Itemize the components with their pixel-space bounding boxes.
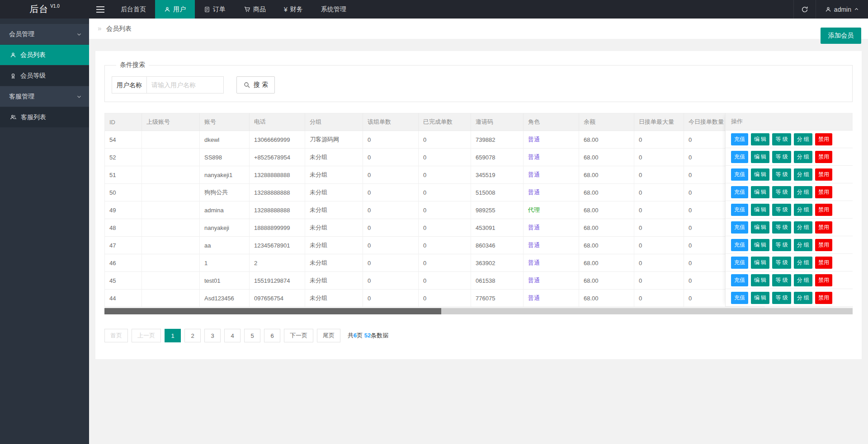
user-menu[interactable]: admin — [816, 0, 868, 19]
pagination-page-button[interactable]: 3 — [204, 329, 221, 342]
level-button[interactable]: 等 级 — [772, 274, 791, 286]
edit-button[interactable]: 编 辑 — [751, 257, 769, 269]
recharge-button[interactable]: 充值 — [731, 292, 748, 304]
group-button[interactable]: 分 组 — [794, 239, 812, 251]
recharge-button[interactable]: 充值 — [731, 204, 748, 216]
level-button[interactable]: 等 级 — [772, 151, 791, 163]
cell-group: 未分组 — [305, 149, 363, 166]
add-member-button[interactable]: 添加会员 — [821, 28, 861, 44]
edit-button[interactable]: 编 辑 — [751, 239, 769, 251]
cell-id: 44 — [105, 290, 142, 307]
disable-button[interactable]: 禁用 — [815, 186, 832, 198]
cell-completed-orders: 0 — [419, 149, 471, 166]
nav-item-2[interactable]: 订单 — [195, 0, 235, 19]
pagination-page-button[interactable]: 5 — [244, 329, 260, 342]
nav-item-5[interactable]: 系统管理 — [312, 0, 355, 19]
collapse-menu-button[interactable] — [89, 0, 112, 19]
sidebar-group-header[interactable]: 客服管理 — [0, 86, 89, 107]
recharge-button[interactable]: 充值 — [731, 168, 748, 181]
recharge-button[interactable]: 充值 — [731, 151, 748, 163]
col-role: 角色 — [524, 113, 579, 131]
edit-button[interactable]: 编 辑 — [751, 133, 769, 145]
edit-button[interactable]: 编 辑 — [751, 274, 769, 286]
nav-item-4[interactable]: ¥ 财务 — [275, 0, 312, 19]
disable-button[interactable]: 禁用 — [815, 239, 832, 251]
cell-account: SS898 — [200, 149, 250, 166]
username-search-input[interactable] — [147, 76, 224, 93]
recharge-button[interactable]: 充值 — [731, 239, 748, 251]
sidebar-item-1-0[interactable]: 客服列表 — [0, 107, 89, 127]
recharge-button[interactable]: 充值 — [731, 221, 748, 234]
group-button[interactable]: 分 组 — [794, 292, 812, 304]
cell-balance: 68.00 — [579, 149, 634, 166]
pagination-first-button[interactable]: 首页 — [104, 329, 128, 342]
recharge-button[interactable]: 充值 — [731, 257, 748, 269]
disable-button[interactable]: 禁用 — [815, 221, 832, 234]
cell-parent-account — [142, 131, 200, 149]
cell-daily-max: 0 — [634, 131, 684, 149]
nav-item-label: 商品 — [253, 5, 266, 14]
recharge-button[interactable]: 充值 — [731, 133, 748, 145]
level-button[interactable]: 等 级 — [772, 186, 791, 198]
sidebar-item-0-1[interactable]: 会员等级 — [0, 65, 89, 86]
level-button[interactable]: 等 级 — [772, 204, 791, 216]
navbar-right: admin — [793, 0, 868, 19]
disable-button[interactable]: 禁用 — [815, 292, 832, 304]
level-button[interactable]: 等 级 — [772, 257, 791, 269]
disable-button[interactable]: 禁用 — [815, 204, 832, 216]
group-button[interactable]: 分 组 — [794, 186, 812, 198]
group-button[interactable]: 分 组 — [794, 274, 812, 286]
recharge-button[interactable]: 充值 — [731, 186, 748, 198]
disable-button[interactable]: 禁用 — [815, 168, 832, 181]
pagination-page-button[interactable]: 2 — [184, 329, 201, 342]
search-button[interactable]: 搜 索 — [236, 76, 275, 93]
edit-button[interactable]: 编 辑 — [751, 221, 769, 234]
pagination-page-button[interactable]: 1 — [165, 329, 181, 342]
edit-button[interactable]: 编 辑 — [751, 186, 769, 198]
group-button[interactable]: 分 组 — [794, 133, 812, 145]
pagination-total-records: 52 — [364, 332, 371, 339]
cell-role: 普通 — [524, 149, 579, 166]
content-card: 条件搜索 用户名称 搜 索 — [95, 51, 862, 359]
disable-button[interactable]: 禁用 — [815, 257, 832, 269]
refresh-button[interactable] — [793, 0, 816, 19]
group-button[interactable]: 分 组 — [794, 221, 812, 234]
edit-button[interactable]: 编 辑 — [751, 292, 769, 304]
col-completed-orders: 已完成单数 — [419, 113, 471, 131]
group-button[interactable]: 分 组 — [794, 257, 812, 269]
recharge-button[interactable]: 充值 — [731, 274, 748, 286]
table-header-row: ID 上级账号 账号 电话 分组 该组单数 已完成单数 邀请码 角色 余额 日接… — [105, 113, 765, 131]
group-button[interactable]: 分 组 — [794, 204, 812, 216]
group-button[interactable]: 分 组 — [794, 151, 812, 163]
sidebar-group-header[interactable]: 会员管理 — [0, 24, 89, 44]
disable-button[interactable]: 禁用 — [815, 133, 832, 145]
group-button[interactable]: 分 组 — [794, 168, 812, 181]
nav-item-0[interactable]: 后台首页 — [112, 0, 155, 19]
sidebar-item-0-0[interactable]: 会员列表 — [0, 45, 89, 65]
disable-button[interactable]: 禁用 — [815, 151, 832, 163]
pagination-last-button[interactable]: 尾页 — [317, 329, 340, 342]
cell-daily-max: 0 — [634, 290, 684, 307]
level-button[interactable]: 等 级 — [772, 221, 791, 234]
nav-item-3[interactable]: 商品 — [235, 0, 275, 19]
level-button[interactable]: 等 级 — [772, 168, 791, 181]
disable-button[interactable]: 禁用 — [815, 274, 832, 286]
cell-group-orders: 0 — [363, 272, 419, 290]
horizontal-scrollbar-thumb[interactable] — [104, 308, 441, 314]
edit-button[interactable]: 编 辑 — [751, 168, 769, 181]
pagination-page-button[interactable]: 6 — [264, 329, 280, 342]
edit-button[interactable]: 编 辑 — [751, 151, 769, 163]
level-button[interactable]: 等 级 — [772, 239, 791, 251]
pagination-page-button[interactable]: 4 — [224, 329, 241, 342]
cell-account: admina — [200, 201, 250, 219]
nav-item-1[interactable]: 用户 — [155, 0, 195, 19]
edit-button[interactable]: 编 辑 — [751, 204, 769, 216]
level-button[interactable]: 等 级 — [772, 292, 791, 304]
cell-id: 51 — [105, 166, 142, 184]
pagination-next-button[interactable]: 下一页 — [284, 329, 313, 342]
level-button[interactable]: 等 级 — [772, 133, 791, 145]
pagination-prev-button[interactable]: 上一页 — [132, 329, 161, 342]
horizontal-scrollbar[interactable] — [104, 308, 853, 314]
cell-role: 普通 — [524, 254, 579, 272]
cell-group-orders: 0 — [363, 254, 419, 272]
